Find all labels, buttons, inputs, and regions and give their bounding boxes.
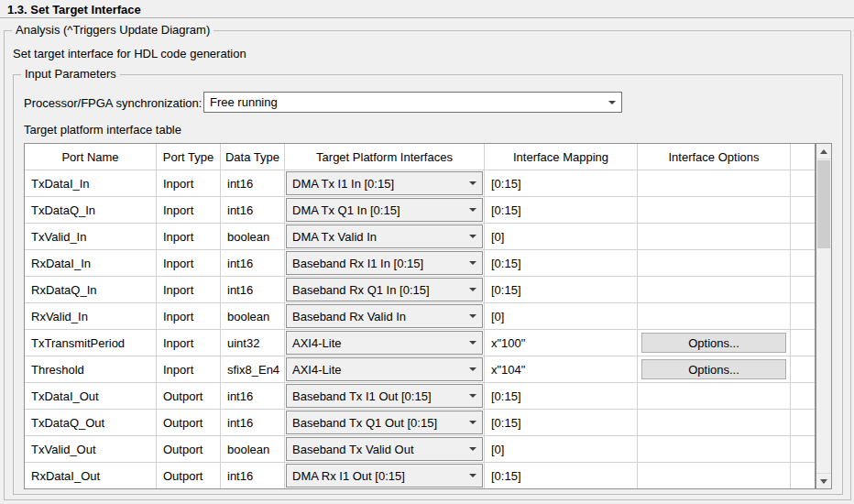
scrollbar-thumb[interactable] <box>817 160 830 248</box>
analysis-groupbox-label: Analysis (^Triggers Update Diagram) <box>12 23 214 38</box>
cell-interface-mapping: [0] <box>485 224 638 250</box>
cell-interface-mapping: [0:15] <box>485 250 638 277</box>
cell-data-type: boolean <box>221 224 285 250</box>
table-row: TxDataI_InInportint16DMA Tx I1 In [0:15]… <box>25 170 815 197</box>
cell-data-type: int16 <box>221 410 285 436</box>
triangle-up-icon <box>820 149 827 154</box>
cell-interface-mapping: [0:15] <box>485 197 638 224</box>
cell-target-interface: Baseband Tx Valid Out <box>285 436 485 463</box>
target-interface-value: Baseband Rx Q1 In [0:15] <box>292 283 430 297</box>
cell-port-type: Inport <box>157 356 221 383</box>
cell-interface-mapping: [0:15] <box>485 277 638 303</box>
cell-interface-mapping: [0:15] <box>485 383 638 410</box>
cell-filler <box>791 463 815 489</box>
table-row: RxDataI_OutOutportint16DMA Rx I1 Out [0:… <box>25 463 815 489</box>
input-parameters-groupbox-label: Input Parameters <box>21 67 120 82</box>
cell-port-name: TxTransmitPeriod <box>25 330 157 356</box>
target-interface-dropdown[interactable]: Baseband Tx I1 Out [0:15] <box>286 384 483 408</box>
cell-filler <box>791 330 815 356</box>
cell-port-type: Inport <box>157 330 221 356</box>
scroll-down-button[interactable] <box>816 473 831 488</box>
cell-interface-mapping: [0:15] <box>485 463 638 489</box>
cell-port-type: Outport <box>157 410 221 436</box>
target-interface-dropdown[interactable]: Baseband Rx I1 In [0:15] <box>286 251 483 275</box>
interface-table-label: Target platform interface table <box>24 123 181 137</box>
cell-interface-options <box>638 410 791 436</box>
chevron-down-icon <box>469 367 476 371</box>
target-interface-value: DMA Tx Q1 In [0:15] <box>292 203 400 217</box>
target-interface-dropdown[interactable]: AXI4-Lite <box>286 331 483 355</box>
cell-data-type: boolean <box>221 436 285 463</box>
cell-filler <box>791 224 815 250</box>
table-header-row: Port NamePort TypeData TypeTarget Platfo… <box>25 144 815 170</box>
cell-data-type: int16 <box>221 250 285 277</box>
cell-port-name: TxValid_In <box>25 224 157 250</box>
table-row: TxTransmitPeriodInportuint32AXI4-Litex"1… <box>25 330 815 356</box>
cell-port-name: RxDataI_In <box>25 250 157 277</box>
cell-port-name: RxDataI_Out <box>25 463 157 489</box>
options-button[interactable]: Options... <box>641 333 786 353</box>
fpga-sync-dropdown[interactable]: Free running <box>203 92 622 113</box>
cell-data-type: int16 <box>221 170 285 197</box>
cell-filler <box>791 303 815 330</box>
cell-interface-options <box>638 170 791 197</box>
target-interface-value: Baseband Tx Q1 Out [0:15] <box>292 416 437 430</box>
target-interface-dropdown[interactable]: DMA Rx I1 Out [0:15] <box>286 464 483 488</box>
column-header: Data Type <box>221 144 285 170</box>
cell-port-name: TxDataQ_In <box>25 197 157 224</box>
options-button[interactable]: Options... <box>641 359 786 379</box>
task-description: Set target interface for HDL code genera… <box>13 47 246 60</box>
cell-port-name: Threshold <box>25 356 157 383</box>
cell-interface-mapping: [0] <box>485 303 638 330</box>
target-interface-dropdown[interactable]: DMA Tx Valid In <box>286 225 483 248</box>
table-row: RxValid_InInportbooleanBaseband Rx Valid… <box>25 303 815 330</box>
cell-interface-mapping: [0] <box>485 436 638 463</box>
set-target-interface-panel: 1.3. Set Target Interface Analysis (^Tri… <box>0 0 854 504</box>
cell-port-name: RxDataQ_In <box>25 277 157 303</box>
cell-filler <box>791 250 815 277</box>
cell-interface-mapping: x"104" <box>485 356 638 383</box>
column-header: Interface Options <box>638 144 791 170</box>
cell-port-type: Outport <box>157 436 221 463</box>
scroll-up-button[interactable] <box>816 144 831 159</box>
target-interface-dropdown[interactable]: Baseband Tx Valid Out <box>286 437 483 461</box>
cell-target-interface: DMA Tx I1 In [0:15] <box>285 170 485 197</box>
table-row: RxDataQ_InInportint16Baseband Rx Q1 In [… <box>25 277 815 303</box>
cell-target-interface: DMA Tx Q1 In [0:15] <box>285 197 485 224</box>
table-body: TxDataI_InInportint16DMA Tx I1 In [0:15]… <box>25 170 815 489</box>
cell-target-interface: Baseband Tx Q1 Out [0:15] <box>285 410 485 436</box>
triangle-down-icon <box>820 479 827 484</box>
target-interface-dropdown[interactable]: DMA Tx Q1 In [0:15] <box>286 198 483 222</box>
cell-interface-options <box>638 463 791 489</box>
cell-port-type: Inport <box>157 277 221 303</box>
table-scrollbar[interactable] <box>816 143 832 489</box>
cell-data-type: int16 <box>221 197 285 224</box>
cell-interface-mapping: [0:15] <box>485 410 638 436</box>
title-separator <box>0 17 854 19</box>
target-interface-value: Baseband Rx Valid In <box>292 310 406 323</box>
cell-port-type: Inport <box>157 170 221 197</box>
cell-port-name: TxDataI_In <box>25 170 157 197</box>
target-interface-dropdown[interactable]: AXI4-Lite <box>286 357 483 381</box>
target-interface-dropdown[interactable]: Baseband Rx Q1 In [0:15] <box>286 278 483 301</box>
cell-interface-options: Options... <box>638 330 791 356</box>
chevron-down-icon <box>469 181 476 185</box>
cell-interface-options <box>638 383 791 410</box>
target-interface-dropdown[interactable]: Baseband Tx Q1 Out [0:15] <box>286 411 483 434</box>
cell-target-interface: AXI4-Lite <box>285 356 485 383</box>
chevron-down-icon <box>469 447 476 451</box>
cell-interface-options <box>638 436 791 463</box>
target-interface-value: DMA Tx Valid In <box>292 230 377 244</box>
cell-filler <box>791 197 815 224</box>
chevron-down-icon <box>469 208 476 212</box>
cell-data-type: int16 <box>221 383 285 410</box>
chevron-down-icon <box>469 341 476 345</box>
cell-port-type: Inport <box>157 303 221 330</box>
cell-interface-mapping: [0:15] <box>485 170 638 197</box>
page-title: 1.3. Set Target Interface <box>7 3 141 16</box>
cell-port-type: Outport <box>157 383 221 410</box>
target-interface-dropdown[interactable]: DMA Tx I1 In [0:15] <box>286 171 483 195</box>
target-interface-dropdown[interactable]: Baseband Rx Valid In <box>286 304 483 328</box>
cell-interface-options <box>638 277 791 303</box>
column-header: Port Type <box>157 144 221 170</box>
